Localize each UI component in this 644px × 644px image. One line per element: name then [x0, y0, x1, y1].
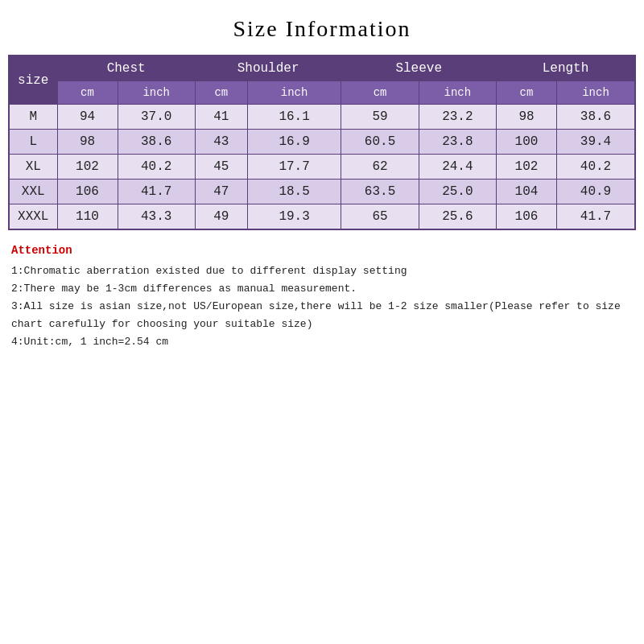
sleeve-inch-header: inch — [419, 81, 496, 105]
shoulder-inch: 17.7 — [247, 155, 341, 180]
shoulder-inch-header: inch — [247, 81, 341, 105]
length-inch: 41.7 — [557, 204, 635, 230]
shoulder-cm-header: cm — [195, 81, 247, 105]
table-row: M9437.04116.15923.29838.6 — [9, 105, 635, 130]
chest-cm: 106 — [57, 180, 118, 204]
length-cm-header: cm — [497, 81, 557, 105]
shoulder-cm: 45 — [195, 155, 247, 180]
table-row: XXL10641.74718.563.525.010440.9 — [9, 180, 635, 204]
length-cm: 104 — [497, 180, 557, 204]
chest-inch-header: inch — [118, 81, 195, 105]
shoulder-cm: 47 — [195, 180, 247, 204]
shoulder-header: Shoulder — [195, 56, 341, 81]
length-inch: 40.9 — [557, 180, 635, 204]
sleeve-inch: 25.6 — [419, 204, 496, 230]
sleeve-inch: 23.2 — [419, 105, 496, 130]
chest-cm-header: cm — [57, 81, 118, 105]
sleeve-cm: 65 — [341, 204, 419, 230]
sleeve-header: Sleeve — [341, 56, 497, 81]
table-header-row-2: cm inch cm inch cm inch cm inch — [9, 81, 635, 105]
chest-inch: 43.3 — [118, 204, 195, 230]
sleeve-inch: 23.8 — [419, 130, 496, 155]
shoulder-inch: 18.5 — [247, 180, 341, 204]
sleeve-cm: 62 — [341, 155, 419, 180]
length-inch-header: inch — [557, 81, 635, 105]
shoulder-inch: 19.3 — [247, 204, 341, 230]
chest-cm: 110 — [57, 204, 118, 230]
size-label: XXL — [9, 180, 57, 204]
size-column-header: size — [9, 56, 57, 105]
shoulder-inch: 16.1 — [247, 105, 341, 130]
attention-title: Attention — [11, 242, 633, 261]
shoulder-inch: 16.9 — [247, 130, 341, 155]
sleeve-cm: 59 — [341, 105, 419, 130]
size-label: M — [9, 105, 57, 130]
sleeve-cm-header: cm — [341, 81, 419, 105]
shoulder-cm: 49 — [195, 204, 247, 230]
sleeve-inch: 25.0 — [419, 180, 496, 204]
table-row: XL10240.24517.76224.410240.2 — [9, 155, 635, 180]
size-table: size Chest Shoulder Sleeve Length cm inc… — [8, 55, 636, 230]
size-label: XL — [9, 155, 57, 180]
attention-line: 4:Unit:cm, 1 inch=2.54 cm — [11, 333, 633, 351]
sleeve-cm: 63.5 — [341, 180, 419, 204]
length-inch: 40.2 — [557, 155, 635, 180]
length-cm: 100 — [497, 130, 557, 155]
chest-cm: 102 — [57, 155, 118, 180]
attention-lines: 1:Chromatic aberration existed due to di… — [11, 262, 633, 351]
attention-line: 2:There may be 1-3cm differences as manu… — [11, 280, 633, 298]
attention-line: 3:All size is asian size,not US/European… — [11, 298, 633, 333]
size-label: L — [9, 130, 57, 155]
page-title: Size Information — [8, 16, 636, 42]
attention-line: 1:Chromatic aberration existed due to di… — [11, 262, 633, 280]
sleeve-inch: 24.4 — [419, 155, 496, 180]
chest-cm: 94 — [57, 105, 118, 130]
length-header: Length — [497, 56, 636, 81]
chest-header: Chest — [57, 56, 195, 81]
length-cm: 98 — [497, 105, 557, 130]
sleeve-cm: 60.5 — [341, 130, 419, 155]
chest-inch: 38.6 — [118, 130, 195, 155]
page-container: Size Information size Chest Shoulder Sle… — [0, 0, 644, 644]
table-header-row-1: size Chest Shoulder Sleeve Length — [9, 56, 635, 81]
shoulder-cm: 43 — [195, 130, 247, 155]
chest-inch: 41.7 — [118, 180, 195, 204]
shoulder-cm: 41 — [195, 105, 247, 130]
attention-section: Attention 1:Chromatic aberration existed… — [8, 242, 636, 351]
chest-cm: 98 — [57, 130, 118, 155]
length-inch: 38.6 — [557, 105, 635, 130]
chest-inch: 37.0 — [118, 105, 195, 130]
length-inch: 39.4 — [557, 130, 635, 155]
table-row: XXXL11043.34919.36525.610641.7 — [9, 204, 635, 230]
length-cm: 106 — [497, 204, 557, 230]
size-label: XXXL — [9, 204, 57, 230]
length-cm: 102 — [497, 155, 557, 180]
chest-inch: 40.2 — [118, 155, 195, 180]
table-row: L9838.64316.960.523.810039.4 — [9, 130, 635, 155]
